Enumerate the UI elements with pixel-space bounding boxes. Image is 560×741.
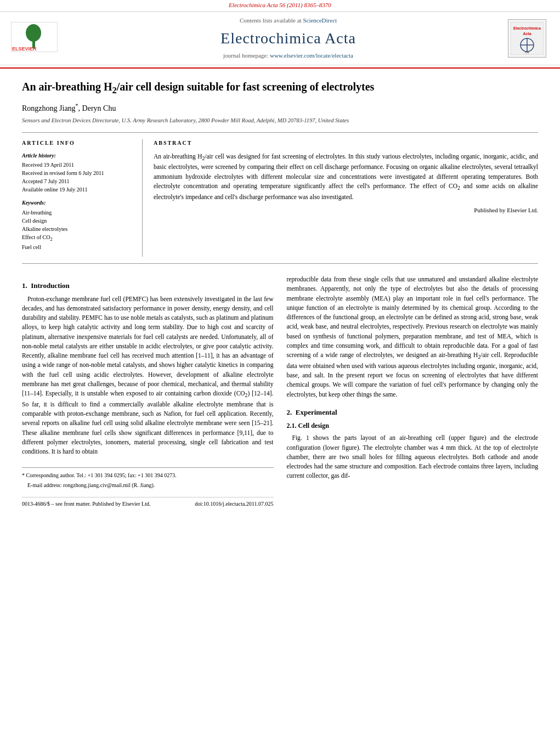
journal-homepage: journal homepage: www.elsevier.com/locat… bbox=[71, 52, 505, 60]
affiliation: Sensors and Electron Devices Directorate… bbox=[22, 116, 538, 125]
footer-issn: 0013-4686/$ – see front matter. Publishe… bbox=[22, 500, 150, 508]
authors: Rongzhong Jiang*, Deryn Chu bbox=[22, 102, 538, 114]
article-title: An air-breathing H2/air cell design suit… bbox=[22, 80, 538, 97]
journal-logo-right: Electrochimica Acta ISE bbox=[505, 19, 549, 58]
journal-banner: ELSEVIER Contents lists available at Sci… bbox=[0, 12, 560, 65]
section2-number: 2. bbox=[287, 408, 292, 416]
keywords-label: Keywords: bbox=[22, 199, 131, 207]
revised-date: Received in revised form 6 July 2011 bbox=[22, 169, 131, 177]
section1-heading: 1. Introduction bbox=[22, 280, 274, 291]
citation-text: Electrochimica Acta 56 (2011) 8365–8370 bbox=[229, 2, 331, 8]
contents-text: Contents lists available at bbox=[240, 17, 302, 24]
article-meta: ARTICLE INFO Article history: Received 1… bbox=[22, 132, 538, 264]
available-date: Available online 19 July 2011 bbox=[22, 185, 131, 194]
author-names: Rongzhong Jiang*, Deryn Chu bbox=[22, 104, 116, 112]
svg-text:ISE: ISE bbox=[525, 50, 530, 54]
accepted-date: Accepted 7 July 2011 bbox=[22, 177, 131, 185]
section2-1-heading: 2.1. Cell design bbox=[287, 421, 539, 431]
svg-text:ELSEVIER: ELSEVIER bbox=[12, 46, 37, 52]
section2-1-para: Fig. 1 shows the parts layout of an air-… bbox=[287, 433, 539, 480]
abstract-text: An air-breathing H2/air cell was designe… bbox=[154, 152, 538, 202]
footnote-email: E-mail address: rongzhong.jiang.civ@mail… bbox=[22, 481, 274, 489]
body-col-left: 1. Introduction Proton-exchange membrane… bbox=[22, 275, 274, 508]
keywords-group: Keywords: Air-breathing Cell design Alka… bbox=[22, 199, 131, 251]
svg-point-2 bbox=[26, 24, 41, 42]
citation-bar: Electrochimica Acta 56 (2011) 8365–8370 bbox=[0, 0, 560, 12]
body-col-right: reproducible data from these single cell… bbox=[287, 275, 539, 508]
keyword-3: Alkaline electrolytes bbox=[22, 225, 131, 233]
journal-logo-box: Electrochimica Acta ISE bbox=[508, 19, 546, 58]
section2-title: Experimental bbox=[296, 408, 337, 416]
svg-text:Acta: Acta bbox=[523, 32, 531, 36]
intro-para-1: Proton-exchange membrane fuel cell (PEMF… bbox=[22, 295, 274, 457]
section2-1-title: Cell design bbox=[298, 422, 329, 429]
svg-text:Electrochimica: Electrochimica bbox=[513, 26, 541, 30]
keyword-4: Effect of CO2 bbox=[22, 233, 131, 243]
section2-1-number: 2.1. bbox=[287, 422, 297, 429]
keyword-1: Air-breathing bbox=[22, 208, 131, 217]
footer-doi: doi:10.1016/j.electacta.2011.07.025 bbox=[195, 500, 273, 508]
keyword-5: Fuel cell bbox=[22, 243, 131, 251]
keyword-2: Cell design bbox=[22, 217, 131, 225]
history-label: Article history: bbox=[22, 152, 131, 160]
homepage-label: journal homepage: bbox=[223, 52, 268, 59]
body-columns: 1. Introduction Proton-exchange membrane… bbox=[22, 275, 538, 508]
journal-title: Electrochimica Acta bbox=[71, 27, 505, 50]
journal-title-center: Contents lists available at ScienceDirec… bbox=[71, 16, 505, 60]
article-content: An air-breathing H2/air cell design suit… bbox=[0, 69, 560, 519]
received-date: Received 19 April 2011 bbox=[22, 161, 131, 169]
homepage-url[interactable]: www.elsevier.com/locate/electacta bbox=[270, 52, 353, 59]
footnote-area: * Corresponding author. Tel.: +1 301 394… bbox=[22, 467, 274, 489]
section2-heading: 2. Experimental bbox=[287, 407, 539, 418]
elsevier-logo: ELSEVIER bbox=[11, 22, 60, 55]
section1-title: Introduction bbox=[31, 281, 70, 290]
abstract-label: ABSTRACT bbox=[154, 139, 538, 148]
sciencedirect-link[interactable]: ScienceDirect bbox=[303, 17, 337, 24]
footnote-corresponding: * Corresponding author. Tel.: +1 301 394… bbox=[22, 471, 274, 479]
intro-para-right-1: reproducible data from these single cell… bbox=[287, 275, 539, 399]
contents-available: Contents lists available at ScienceDirec… bbox=[71, 16, 505, 25]
section1-number: 1. bbox=[22, 281, 27, 290]
article-info-label: ARTICLE INFO bbox=[22, 139, 131, 148]
published-by: Published by Elsevier Ltd. bbox=[154, 206, 538, 215]
article-history: Article history: Received 19 April 2011 … bbox=[22, 152, 131, 194]
article-info-panel: ARTICLE INFO Article history: Received 1… bbox=[22, 139, 143, 257]
footer-bar: 0013-4686/$ – see front matter. Publishe… bbox=[22, 497, 274, 508]
journal-header: Electrochimica Acta 56 (2011) 8365–8370 … bbox=[0, 0, 560, 69]
article-abstract-panel: ABSTRACT An air-breathing H2/air cell wa… bbox=[143, 139, 538, 257]
